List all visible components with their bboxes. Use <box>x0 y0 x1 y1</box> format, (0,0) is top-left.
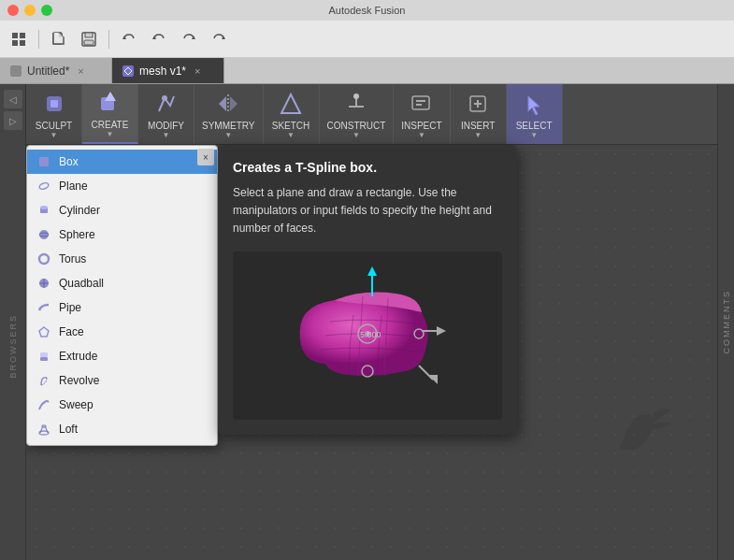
tab-close-untitled[interactable]: × <box>78 65 83 77</box>
ribbon-create[interactable]: CREATE ▼ <box>82 84 138 144</box>
create-dropdown: × Box Plane <box>26 145 218 446</box>
menu-item-sweep[interactable]: Sweep <box>27 393 217 417</box>
grid-icon <box>10 31 27 48</box>
svg-text:5.000: 5.000 <box>360 330 381 339</box>
svg-rect-1 <box>20 33 25 38</box>
svg-rect-6 <box>85 33 93 37</box>
next-arrow[interactable]: ▷ <box>4 111 22 130</box>
plane-icon <box>36 179 51 194</box>
construct-label: CONSTRUCT <box>327 121 386 131</box>
menu-item-loft[interactable]: Loft <box>27 417 217 441</box>
menu-item-plane[interactable]: Plane <box>27 174 217 198</box>
menu-label-revolve: Revolve <box>59 374 99 387</box>
menu-item-torus[interactable]: Torus <box>27 247 217 271</box>
loft-icon <box>36 422 51 437</box>
ribbon-sculpt[interactable]: SCULPT ▼ <box>26 84 82 144</box>
menu-item-extrude[interactable]: Extrude <box>27 344 217 368</box>
dropdown-close-button[interactable]: × <box>197 149 214 165</box>
close-button[interactable] <box>7 5 19 16</box>
redo2-icon <box>210 31 227 48</box>
svg-rect-26 <box>412 96 429 109</box>
redo-icon <box>180 31 197 48</box>
select-label: SELECT <box>516 121 553 131</box>
title-bar: Autodesk Fusion <box>0 0 734 21</box>
tabs-bar: Untitled* × mesh v1* × <box>0 58 734 84</box>
minimize-button[interactable] <box>24 5 36 16</box>
undo2-button[interactable] <box>146 26 172 52</box>
tab-icon-untitled <box>9 65 22 78</box>
modify-label: MODIFY <box>148 121 184 131</box>
tab-label-untitled: Untitled* <box>27 65 69 78</box>
menu-label-cylinder: Cylinder <box>59 204 100 217</box>
menu-label-loft: Loft <box>59 423 78 436</box>
grid-button[interactable] <box>6 26 32 52</box>
window-controls <box>7 5 52 16</box>
menu-item-box[interactable]: Box <box>27 150 217 174</box>
create-icon <box>95 88 125 118</box>
ribbon-insert[interactable]: INSERT ▼ <box>451 84 507 144</box>
svg-point-25 <box>353 93 359 99</box>
tooltip-image-area: 5.000 <box>233 251 502 420</box>
menu-label-sphere: Sphere <box>59 228 95 241</box>
create-label: CREATE <box>92 120 129 130</box>
tab-icon-mesh <box>122 65 135 78</box>
toolbar <box>0 21 734 58</box>
menu-label-quadball: Quadball <box>59 277 104 290</box>
menu-item-pipe[interactable]: Pipe <box>27 295 217 320</box>
sphere-icon <box>36 227 51 242</box>
file-button[interactable] <box>46 26 72 52</box>
tab-close-mesh[interactable]: × <box>194 65 200 77</box>
svg-rect-23 <box>349 106 364 108</box>
undo-button[interactable] <box>116 26 142 52</box>
svg-rect-30 <box>39 157 49 166</box>
menu-label-sweep: Sweep <box>59 398 94 411</box>
ribbon: SCULPT ▼ CREATE ▼ <box>26 84 717 145</box>
inspect-icon <box>407 89 437 119</box>
menu-item-revolve[interactable]: Revolve <box>27 368 217 393</box>
svg-rect-27 <box>416 100 425 102</box>
ribbon-construct[interactable]: CONSTRUCT ▼ <box>320 84 395 144</box>
menu-label-face: Face <box>59 325 84 338</box>
svg-rect-3 <box>20 40 25 46</box>
inspect-arrow: ▼ <box>418 131 425 139</box>
modify-arrow: ▼ <box>163 131 170 139</box>
ribbon-inspect[interactable]: INSPECT ▼ <box>394 84 450 144</box>
file-icon <box>50 31 67 48</box>
separator <box>38 30 39 49</box>
menu-item-face[interactable]: Face <box>27 320 217 344</box>
redo-button[interactable] <box>176 26 202 52</box>
menu-item-cylinder[interactable]: Cylinder <box>27 198 217 223</box>
tab-mesh[interactable]: mesh v1* × <box>112 58 224 83</box>
menu-item-sphere[interactable]: Sphere <box>27 223 217 247</box>
app-title: Autodesk Fusion <box>329 5 406 16</box>
face-icon <box>36 324 51 339</box>
tooltip-title: Creates a T-Spline box. <box>233 160 502 175</box>
revolve-icon <box>36 373 51 388</box>
maximize-button[interactable] <box>41 5 52 16</box>
svg-marker-22 <box>281 94 300 113</box>
tspline-box-illustration: 5.000 <box>274 261 461 410</box>
select-arrow: ▼ <box>530 131 538 139</box>
ribbon-sketch[interactable]: SKETCH ▼ <box>264 84 320 144</box>
menu-item-quadball[interactable]: Quadball <box>27 271 217 295</box>
redo2-button[interactable] <box>206 26 232 52</box>
tab-untitled[interactable]: Untitled* × <box>0 58 112 83</box>
comments-sidebar: COMMENTS <box>717 84 734 560</box>
pipe-icon <box>36 300 51 315</box>
ribbon-modify[interactable]: MODIFY ▼ <box>138 84 194 144</box>
bird-decoration <box>605 392 680 467</box>
prev-arrow[interactable]: ◁ <box>4 90 22 108</box>
svg-marker-50 <box>437 326 446 336</box>
tab-label-mesh: mesh v1* <box>139 65 186 78</box>
menu-label-torus: Torus <box>59 252 86 266</box>
svg-point-33 <box>40 206 48 209</box>
ribbon-symmetry[interactable]: SYMMETRY ▼ <box>194 84 264 144</box>
menu-label-pipe: Pipe <box>59 301 81 314</box>
svg-marker-21 <box>230 96 237 111</box>
menu-label-box: Box <box>59 155 79 168</box>
save-button[interactable] <box>76 26 102 52</box>
ribbon-select[interactable]: SELECT ▼ <box>507 84 563 144</box>
select-icon <box>519 89 549 119</box>
svg-marker-48 <box>367 266 377 276</box>
svg-point-31 <box>38 181 49 190</box>
